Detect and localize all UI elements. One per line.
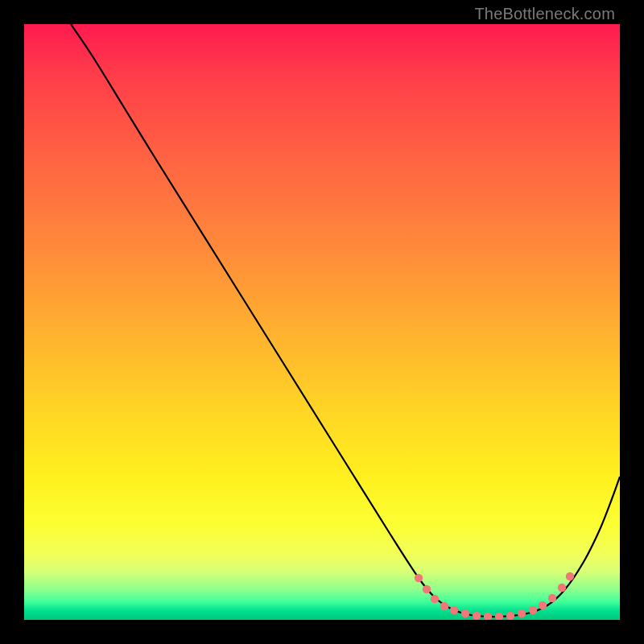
highlight-dot <box>484 613 492 620</box>
highlight-dot <box>529 606 537 614</box>
highlight-dot <box>506 612 514 620</box>
chart-frame <box>24 24 620 620</box>
highlight-dot <box>566 572 574 580</box>
highlight-dot <box>539 601 547 609</box>
highlight-dot <box>450 606 458 614</box>
highlight-dot <box>431 595 439 603</box>
highlight-dots-group <box>415 572 574 620</box>
highlight-dot <box>495 613 503 620</box>
highlight-dot <box>423 585 431 593</box>
highlight-dot <box>558 584 566 592</box>
watermark-text: TheBottleneck.com <box>474 5 615 23</box>
highlight-dot <box>440 602 448 610</box>
highlight-dot <box>548 594 556 602</box>
highlight-dot <box>473 612 481 620</box>
highlight-dot <box>518 609 526 617</box>
chart-svg <box>24 24 620 620</box>
highlight-dot <box>415 574 423 582</box>
highlight-dot <box>461 609 469 617</box>
curve-path <box>71 24 620 617</box>
